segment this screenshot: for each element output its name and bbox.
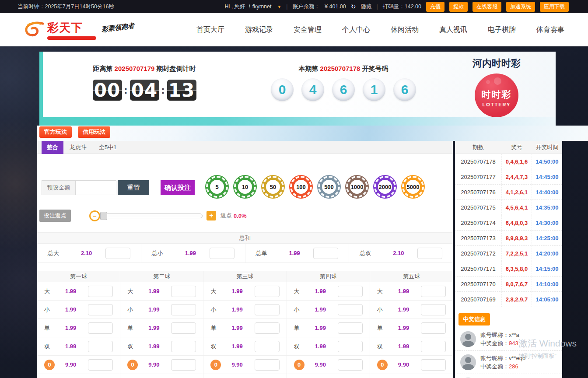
bet-option-label[interactable]: 大 — [294, 287, 309, 295]
speedup-button[interactable]: 加速系统 — [506, 2, 535, 12]
bet-amount-input[interactable] — [313, 248, 338, 259]
nav-board-games[interactable]: 电子棋牌 — [488, 25, 516, 35]
bet-option-label[interactable]: 大 — [210, 287, 225, 295]
confirm-bet-button[interactable]: 确认投注 — [161, 180, 195, 195]
bet-amount-input[interactable] — [421, 359, 446, 371]
bet-amount-input[interactable] — [210, 248, 234, 259]
credit-play-tab[interactable]: 信用玩法 — [78, 126, 110, 138]
bet-amount-input[interactable] — [338, 359, 363, 371]
bet-amount-input[interactable] — [417, 248, 442, 259]
bet-amount-input[interactable] — [171, 286, 196, 297]
bet-option-label[interactable]: 小 — [44, 306, 59, 314]
bet-amount-input[interactable] — [421, 322, 446, 334]
user-greeting[interactable]: Hi , 您好 ！fkymnet — [224, 3, 271, 10]
chevron-down-icon[interactable]: ▼ — [277, 4, 281, 9]
result-balls: 0 4 6 1 6 — [249, 78, 438, 101]
bet-option-label[interactable]: 双 — [377, 343, 392, 350]
bet-option-label[interactable]: 单 — [44, 324, 59, 332]
bet-option-label[interactable]: 大 — [44, 287, 59, 295]
bet-amount-input[interactable] — [88, 359, 113, 371]
rebate-slider-handle[interactable] — [100, 212, 107, 220]
bet-amount-input[interactable] — [421, 341, 446, 352]
site-logo[interactable]: 彩天下 彩票领跑者 — [23, 20, 134, 40]
bet-option-label[interactable]: 单 — [294, 324, 309, 332]
bet-option-label[interactable]: 单 — [377, 324, 392, 332]
chip-10[interactable]: 10 — [233, 175, 257, 199]
nav-security[interactable]: 安全管理 — [294, 25, 322, 35]
number-0-badge[interactable]: 0 — [294, 360, 304, 370]
preset-amount-input[interactable] — [75, 180, 116, 195]
app-download-button[interactable]: 应用下载 — [540, 2, 569, 12]
tab-all5-hit1[interactable]: 全5中1 — [93, 141, 122, 154]
nav-sports[interactable]: 体育赛事 — [536, 25, 564, 35]
refresh-icon[interactable]: ↻ — [351, 3, 356, 10]
official-play-tab[interactable]: 官方玩法 — [39, 126, 72, 138]
bet-option-label[interactable]: 小 — [294, 306, 309, 314]
history-col-time: 开奖时间 — [532, 144, 562, 151]
winners-badge[interactable]: 中奖信息 — [458, 313, 490, 326]
chip-100[interactable]: 100 — [289, 175, 313, 199]
bet-amount-input[interactable] — [171, 304, 196, 315]
rebate-plus-button[interactable]: + — [206, 211, 216, 220]
bet-option-label[interactable]: 双 — [44, 343, 59, 350]
rebate-slider[interactable] — [98, 214, 203, 218]
bet-amount-input[interactable] — [255, 341, 280, 352]
bet-amount-input[interactable] — [421, 286, 446, 297]
bet-amount-input[interactable] — [88, 341, 113, 352]
bet-amount-input[interactable] — [255, 286, 280, 297]
number-0-badge[interactable]: 0 — [210, 360, 221, 370]
chip-5000[interactable]: 5000 — [401, 175, 425, 199]
bet-amount-input[interactable] — [88, 322, 113, 334]
tab-combined[interactable]: 整合 — [42, 141, 63, 154]
hide-balance-toggle[interactable]: 隐藏 — [361, 3, 372, 10]
bet-amount-input[interactable] — [171, 341, 196, 352]
chip-5[interactable]: 5 — [205, 175, 229, 199]
bet-option-label[interactable]: 小 — [127, 306, 142, 314]
bet-option-label[interactable]: 双 — [127, 343, 142, 350]
nav-home[interactable]: 首页大厅 — [196, 25, 224, 35]
bet-option-label[interactable]: 大 — [377, 287, 392, 295]
tab-dragon-tiger[interactable]: 龙虎斗 — [63, 141, 93, 154]
deposit-button[interactable]: 充值 — [426, 2, 444, 12]
nav-live-video[interactable]: 真人视讯 — [439, 25, 467, 35]
chip-1000[interactable]: 1000 — [345, 175, 369, 199]
reset-button[interactable]: 重置 — [118, 180, 149, 195]
bet-option-label[interactable]: 总小 — [152, 249, 170, 257]
customer-service-button[interactable]: 在线客服 — [472, 2, 501, 12]
withdraw-button[interactable]: 提款 — [449, 2, 468, 12]
bet-amount-input[interactable] — [255, 322, 280, 334]
bet-amount-input[interactable] — [105, 248, 130, 259]
bet-amount-input[interactable] — [88, 304, 113, 315]
bet-option-label[interactable]: 总双 — [360, 249, 378, 257]
bet-amount-input[interactable] — [171, 322, 196, 334]
bet-amount-input[interactable] — [171, 359, 196, 371]
nav-profile[interactable]: 个人中心 — [342, 25, 370, 35]
bet-amount-input[interactable] — [338, 322, 363, 334]
bet-option-label[interactable]: 小 — [377, 306, 392, 314]
rebate-minus-button[interactable]: − — [89, 210, 100, 221]
bet-option-label[interactable]: 双 — [294, 343, 309, 350]
chip-2000[interactable]: 2000 — [373, 175, 397, 199]
bet-cell: 双1.99 — [370, 337, 453, 356]
bet-option-label[interactable]: 小 — [210, 306, 225, 314]
nav-leisure[interactable]: 休闲活动 — [391, 25, 419, 35]
number-0-badge[interactable]: 0 — [44, 360, 55, 370]
bet-option-label[interactable]: 大 — [127, 287, 142, 295]
bet-amount-input[interactable] — [338, 341, 363, 352]
bet-amount-input[interactable] — [338, 286, 363, 297]
nav-game-records[interactable]: 游戏记录 — [245, 25, 273, 35]
bet-option-label[interactable]: 单 — [127, 324, 142, 332]
bet-amount-input[interactable] — [421, 304, 446, 315]
bet-amount-input[interactable] — [255, 304, 280, 315]
bet-option-label[interactable]: 总单 — [256, 249, 274, 257]
number-0-badge[interactable]: 0 — [377, 360, 388, 370]
chip-500[interactable]: 500 — [317, 175, 341, 199]
bet-option-label[interactable]: 双 — [210, 343, 225, 350]
bet-amount-input[interactable] — [255, 359, 280, 371]
number-0-badge[interactable]: 0 — [127, 360, 138, 370]
bet-option-label[interactable]: 总大 — [48, 249, 66, 257]
bet-amount-input[interactable] — [338, 304, 363, 315]
chip-50[interactable]: 50 — [261, 175, 285, 199]
bet-amount-input[interactable] — [88, 286, 113, 297]
bet-option-label[interactable]: 单 — [210, 324, 225, 332]
